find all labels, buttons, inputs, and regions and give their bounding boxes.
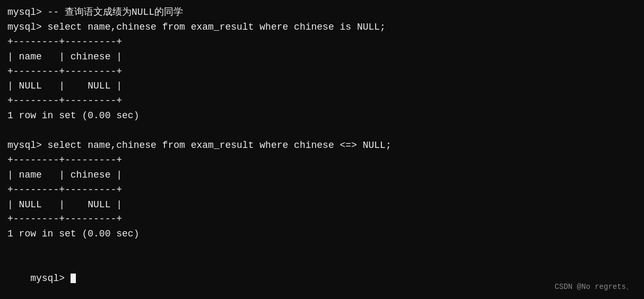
line-query2: mysql> select name,chinese from exam_res… [7, 138, 637, 153]
line-header1: | name | chinese | [7, 50, 637, 65]
line-comment: mysql> -- 查询语文成绩为NULL的同学 [7, 5, 637, 20]
line-query1: mysql> select name,chinese from exam_res… [7, 20, 637, 35]
line-sep4: +--------+---------+ [7, 153, 637, 168]
line-row1: | NULL | NULL | [7, 79, 637, 94]
line-sep5: +--------+---------+ [7, 183, 637, 198]
line-prompt: mysql> [7, 257, 637, 299]
line-sep2: +--------+---------+ [7, 65, 637, 80]
line-row2: | NULL | NULL | [7, 198, 637, 213]
cursor [71, 274, 76, 283]
watermark: CSDN @No regrets、 [555, 282, 633, 292]
terminal-window: mysql> -- 查询语文成绩为NULL的同学 mysql> select n… [0, 0, 644, 299]
line-header2: | name | chinese | [7, 168, 637, 183]
line-empty1 [7, 124, 637, 138]
line-sep6: +--------+---------+ [7, 212, 637, 227]
line-empty2 [7, 242, 637, 257]
line-sep3: +--------+---------+ [7, 94, 637, 109]
prompt-text: mysql> [30, 273, 71, 284]
line-result1: 1 row in set (0.00 sec) [7, 109, 637, 124]
line-result2: 1 row in set (0.00 sec) [7, 227, 637, 242]
line-sep1: +--------+---------+ [7, 35, 637, 50]
